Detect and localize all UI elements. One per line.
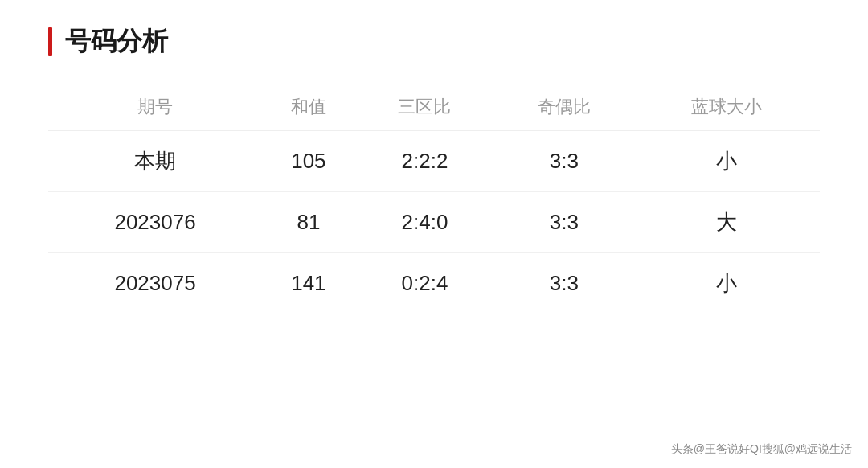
cell-three-ratio: 0:2:4 (355, 253, 494, 314)
table-row: 20230751410:2:43:3小 (48, 253, 820, 314)
section-header: 号码分析 (48, 24, 820, 60)
col-header-three-ratio: 三区比 (355, 84, 494, 131)
cell-odd-even: 3:3 (494, 131, 633, 192)
cell-three-ratio: 2:4:0 (355, 192, 494, 253)
table-header-row: 期号 和值 三区比 奇偶比 蓝球大小 (48, 84, 820, 131)
cell-blue-size: 小 (634, 131, 820, 192)
col-header-period: 期号 (48, 84, 262, 131)
cell-period: 本期 (48, 131, 262, 192)
page-container: 号码分析 期号 和值 三区比 奇偶比 蓝球大小 本期1052:2:23:3小20… (0, 0, 868, 468)
col-header-odd-even: 奇偶比 (494, 84, 633, 131)
cell-period: 2023075 (48, 253, 262, 314)
watermark: 头条@王爸说好QI搜狐@鸡远说生活 (671, 442, 852, 457)
section-title: 号码分析 (65, 24, 168, 60)
cell-sum: 105 (262, 131, 355, 192)
cell-three-ratio: 2:2:2 (355, 131, 494, 192)
cell-blue-size: 大 (634, 192, 820, 253)
analysis-table: 期号 和值 三区比 奇偶比 蓝球大小 本期1052:2:23:3小2023076… (48, 84, 820, 314)
cell-odd-even: 3:3 (494, 192, 633, 253)
cell-period: 2023076 (48, 192, 262, 253)
col-header-sum: 和值 (262, 84, 355, 131)
col-header-blue-size: 蓝球大小 (634, 84, 820, 131)
cell-sum: 81 (262, 192, 355, 253)
table-row: 2023076812:4:03:3大 (48, 192, 820, 253)
header-accent-bar (48, 27, 52, 56)
cell-blue-size: 小 (634, 253, 820, 314)
table-row: 本期1052:2:23:3小 (48, 131, 820, 192)
cell-sum: 141 (262, 253, 355, 314)
cell-odd-even: 3:3 (494, 253, 633, 314)
